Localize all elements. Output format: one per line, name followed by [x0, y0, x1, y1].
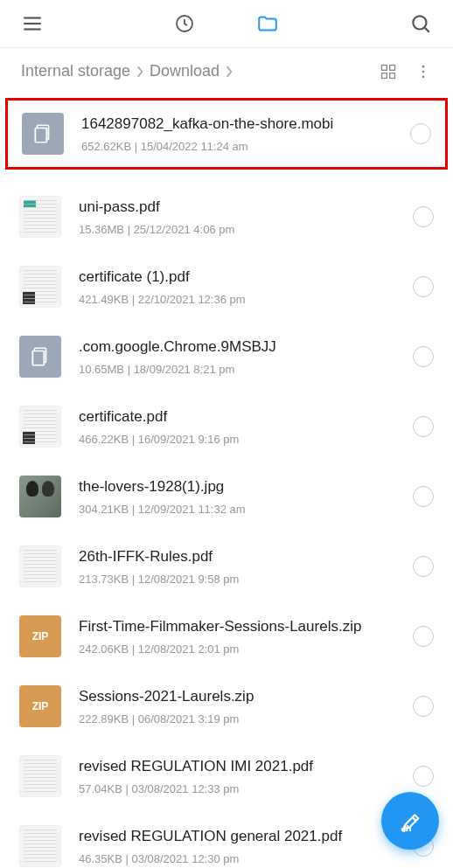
zip-icon: ZIP: [19, 615, 61, 657]
file-info: revised REGULATION general 2021.pdf46.35…: [79, 828, 395, 865]
file-meta: 15.36MB | 25/12/2021 4:06 pm: [79, 223, 395, 236]
select-radio[interactable]: [413, 346, 434, 367]
file-info: 1642897082_kafka-on-the-shore.mobi652.62…: [81, 115, 393, 153]
svg-rect-8: [382, 73, 387, 78]
file-item[interactable]: 26th-IFFK-Rules.pdf213.73KB | 12/08/2021…: [0, 531, 453, 601]
file-item[interactable]: ZIPSessions-2021-Laurels.zip222.89KB | 0…: [0, 671, 453, 741]
file-item[interactable]: uni-pass.pdf15.36MB | 25/12/2021 4:06 pm: [0, 182, 453, 252]
breadcrumb-root[interactable]: Internal storage: [21, 62, 130, 80]
svg-rect-14: [35, 128, 46, 142]
menu-icon[interactable]: [21, 12, 44, 35]
file-name: certificate (1).pdf: [79, 268, 395, 286]
file-meta: 213.73KB | 12/08/2021 9:58 pm: [79, 573, 395, 586]
select-radio[interactable]: [410, 123, 431, 144]
file-name: revised REGULATION IMI 2021.pdf: [79, 758, 395, 775]
file-info: certificate.pdf466.22KB | 16/09/2021 9:1…: [79, 408, 395, 446]
top-header: [0, 0, 453, 48]
file-name: Sessions-2021-Laurels.zip: [79, 688, 395, 705]
file-info: .com.google.Chrome.9MSBJJ10.65MB | 18/09…: [79, 338, 395, 376]
document-thumbnail: [19, 545, 61, 587]
file-meta: 304.21KB | 12/09/2021 11:32 am: [79, 503, 395, 516]
chevron-right-icon: [225, 66, 233, 78]
document-icon: [19, 336, 61, 378]
select-radio[interactable]: [413, 416, 434, 437]
file-meta: 222.89KB | 06/08/2021 3:19 pm: [79, 712, 395, 726]
select-radio[interactable]: [413, 556, 434, 577]
file-name: the-lovers-1928(1).jpg: [79, 478, 395, 496]
more-options-icon[interactable]: [415, 63, 432, 80]
file-item[interactable]: .com.google.Chrome.9MSBJJ10.65MB | 18/09…: [0, 322, 453, 392]
file-meta: 652.62KB | 15/04/2022 11:24 am: [81, 140, 393, 153]
file-info: the-lovers-1928(1).jpg304.21KB | 12/09/2…: [79, 478, 395, 516]
image-thumbnail: [19, 476, 61, 517]
zip-icon: ZIP: [19, 685, 61, 727]
select-radio[interactable]: [413, 766, 434, 787]
select-radio[interactable]: [413, 206, 434, 227]
file-info: uni-pass.pdf15.36MB | 25/12/2021 4:06 pm: [79, 198, 395, 236]
svg-point-11: [422, 70, 425, 73]
file-name: revised REGULATION general 2021.pdf: [79, 828, 395, 845]
file-meta: 57.04KB | 03/08/2021 12:33 pm: [79, 782, 395, 795]
file-name: uni-pass.pdf: [79, 198, 395, 216]
svg-point-4: [413, 16, 426, 29]
svg-point-10: [422, 65, 425, 67]
file-meta: 421.49KB | 22/10/2021 12:36 pm: [79, 293, 395, 306]
recent-icon[interactable]: [174, 13, 195, 34]
file-name: First-Time-Filmmaker-Sessions-Laurels.zi…: [79, 618, 395, 635]
svg-line-5: [425, 28, 429, 32]
file-name: certificate.pdf: [79, 408, 395, 426]
file-list: 1642897082_kafka-on-the-shore.mobi652.62…: [0, 98, 453, 868]
file-info: Sessions-2021-Laurels.zip222.89KB | 06/0…: [79, 688, 395, 726]
select-radio[interactable]: [413, 626, 434, 647]
select-radio[interactable]: [413, 276, 434, 297]
folder-icon[interactable]: [256, 12, 279, 35]
file-meta: 466.22KB | 16/09/2021 9:16 pm: [79, 433, 395, 446]
file-info: First-Time-Filmmaker-Sessions-Laurels.zi…: [79, 618, 395, 656]
breadcrumb-row: Internal storage Download: [0, 48, 453, 93]
document-thumbnail: [19, 755, 61, 797]
file-name: 1642897082_kafka-on-the-shore.mobi: [81, 115, 393, 133]
document-icon: [22, 113, 64, 155]
file-info: revised REGULATION IMI 2021.pdf57.04KB |…: [79, 758, 395, 795]
file-item[interactable]: certificate.pdf466.22KB | 16/09/2021 9:1…: [0, 392, 453, 462]
svg-point-12: [422, 75, 425, 78]
file-meta: 10.65MB | 18/09/2021 8:21 pm: [79, 363, 395, 376]
svg-rect-6: [382, 65, 387, 70]
breadcrumb[interactable]: Internal storage Download: [21, 62, 233, 80]
document-thumbnail: [19, 266, 61, 308]
svg-rect-7: [390, 65, 395, 70]
svg-rect-16: [32, 351, 44, 365]
file-name: 26th-IFFK-Rules.pdf: [79, 548, 395, 566]
select-radio[interactable]: [413, 486, 434, 507]
file-item[interactable]: ZIPFirst-Time-Filmmaker-Sessions-Laurels…: [0, 601, 453, 671]
breadcrumb-current[interactable]: Download: [150, 62, 220, 80]
file-meta: 242.06KB | 12/08/2021 2:01 pm: [79, 642, 395, 656]
clean-fab-button[interactable]: [381, 792, 439, 850]
svg-rect-9: [390, 73, 395, 78]
grid-view-icon[interactable]: [380, 63, 397, 80]
file-item[interactable]: revised REGULATION IMI 2021.pdf57.04KB |…: [0, 741, 453, 811]
file-name: .com.google.Chrome.9MSBJJ: [79, 338, 395, 356]
chevron-right-icon: [136, 66, 144, 78]
file-item[interactable]: 1642897082_kafka-on-the-shore.mobi652.62…: [5, 98, 448, 170]
file-meta: 46.35KB | 03/08/2021 12:30 pm: [79, 852, 395, 865]
document-thumbnail: [19, 196, 61, 238]
document-thumbnail: [19, 406, 61, 448]
select-radio[interactable]: [413, 696, 434, 717]
file-item[interactable]: the-lovers-1928(1).jpg304.21KB | 12/09/2…: [0, 462, 453, 531]
document-thumbnail: [19, 825, 61, 867]
file-item[interactable]: certificate (1).pdf421.49KB | 22/10/2021…: [0, 252, 453, 322]
file-info: certificate (1).pdf421.49KB | 22/10/2021…: [79, 268, 395, 306]
file-info: 26th-IFFK-Rules.pdf213.73KB | 12/08/2021…: [79, 548, 395, 586]
search-icon[interactable]: [409, 12, 432, 35]
